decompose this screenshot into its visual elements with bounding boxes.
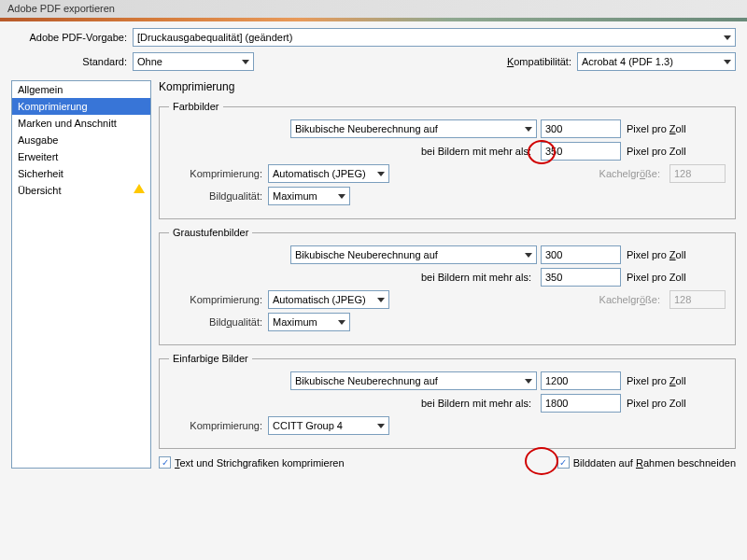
gray-downsample-select[interactable]: Bikubische Neuberechnung auf: [290, 245, 537, 264]
chevron-down-icon: [338, 320, 345, 325]
warning-icon: [134, 184, 145, 193]
window-title: Adobe PDF exportieren: [7, 3, 115, 14]
gray-threshold-unit: Pixel pro Zoll: [627, 272, 686, 283]
gray-legend: Graustufenbilder: [169, 227, 252, 238]
chevron-down-icon: [525, 253, 532, 258]
color-tile-input: 128: [669, 164, 726, 183]
gray-quality-label: Bildqualität:: [169, 316, 268, 328]
color-quality-select[interactable]: Maximum: [268, 187, 350, 205]
sidebar-item-general[interactable]: Allgemein: [12, 81, 150, 98]
gray-tile-label: Kachelgröße:: [599, 294, 666, 305]
sidebar-item-marks[interactable]: Marken und Anschnitt: [12, 115, 150, 132]
compress-text-checkbox[interactable]: ✓: [159, 456, 171, 469]
standard-select[interactable]: Ohne: [133, 52, 254, 71]
mono-dpi-input[interactable]: 1200: [541, 371, 621, 390]
compat-label: Kompatibilität:: [507, 56, 577, 67]
chevron-down-icon: [377, 172, 385, 176]
chevron-down-icon: [377, 298, 385, 302]
sidebar-item-summary[interactable]: Übersicht: [12, 182, 150, 199]
gray-dpi-unit: Pixel pro Zoll: [627, 249, 686, 260]
chevron-down-icon: [377, 424, 385, 428]
crop-frames-checkbox[interactable]: ✓: [557, 456, 570, 469]
sidebar-item-compression[interactable]: Komprimierung: [12, 98, 150, 115]
sidebar-item-output[interactable]: Ausgabe: [12, 132, 150, 148]
color-images-group: Farbbilder Bikubische Neuberechnung auf …: [159, 101, 736, 219]
mono-downsample-select[interactable]: Bikubische Neuberechnung auf: [290, 371, 537, 390]
color-threshold-input[interactable]: 350: [541, 142, 621, 161]
window-titlebar: Adobe PDF exportieren: [0, 0, 747, 19]
check-icon: ✓: [162, 458, 169, 468]
chevron-down-icon: [724, 35, 731, 40]
color-compress-select[interactable]: Automatisch (JPEG): [268, 164, 389, 183]
mono-threshold-unit: Pixel pro Zoll: [627, 398, 686, 409]
gray-images-group: Graustufenbilder Bikubische Neuberechnun…: [159, 227, 736, 345]
compress-text-label: Text und Strichgrafiken komprimieren: [175, 457, 345, 469]
color-compress-label: Komprimierung:: [169, 168, 268, 179]
preset-select[interactable]: [Druckausgabequalität] (geändert): [133, 28, 736, 47]
mono-compress-label: Komprimierung:: [169, 420, 268, 431]
sidebar-item-security[interactable]: Sicherheit: [12, 165, 150, 182]
category-sidebar: Allgemein Komprimierung Marken und Ansch…: [11, 80, 151, 469]
chevron-down-icon: [338, 194, 345, 199]
chevron-down-icon: [724, 60, 731, 64]
color-threshold-unit: Pixel pro Zoll: [627, 146, 686, 157]
standard-label: Standard:: [11, 56, 133, 67]
chevron-down-icon: [525, 379, 532, 384]
color-legend: Farbbilder: [169, 101, 223, 112]
mono-images-group: Einfarbige Bilder Bikubische Neuberechnu…: [159, 353, 736, 449]
annotation-circle: [525, 447, 558, 475]
preset-label: Adobe PDF-Vorgabe:: [11, 32, 133, 43]
compat-select[interactable]: Acrobat 4 (PDF 1.3): [577, 52, 736, 71]
color-quality-label: Bildqualität:: [169, 190, 268, 202]
panel-title: Komprimierung: [159, 80, 736, 93]
gray-compress-select[interactable]: Automatisch (JPEG): [268, 290, 389, 309]
mono-compress-select[interactable]: CCITT Group 4: [268, 416, 389, 435]
color-tile-label: Kachelgröße:: [599, 168, 666, 179]
mono-legend: Einfarbige Bilder: [169, 353, 252, 364]
gray-quality-select[interactable]: Maximum: [268, 313, 350, 331]
color-dpi-unit: Pixel pro Zoll: [627, 123, 686, 134]
chevron-down-icon: [525, 127, 532, 132]
chevron-down-icon: [242, 60, 249, 64]
mono-dpi-unit: Pixel pro Zoll: [627, 375, 686, 386]
gray-tile-input: 128: [669, 290, 726, 309]
gray-threshold-input[interactable]: 350: [541, 268, 621, 287]
gray-dpi-input[interactable]: 300: [541, 245, 621, 264]
compression-panel: Komprimierung Farbbilder Bikubische Neub…: [159, 80, 736, 469]
color-dpi-input[interactable]: 300: [541, 119, 621, 138]
sidebar-item-advanced[interactable]: Erweitert: [12, 148, 150, 165]
gray-threshold-label: bei Bildern mit mehr als:: [290, 272, 537, 283]
mono-threshold-input[interactable]: 1800: [541, 394, 621, 413]
gray-compress-label: Komprimierung:: [169, 294, 268, 305]
mono-threshold-label: bei Bildern mit mehr als:: [290, 398, 537, 409]
color-threshold-label: bei Bildern mit mehr als:: [290, 146, 537, 157]
check-icon: ✓: [559, 458, 567, 468]
crop-frames-label: Bilddaten auf Rahmen beschneiden: [573, 457, 736, 469]
color-downsample-select[interactable]: Bikubische Neuberechnung auf: [290, 119, 537, 138]
